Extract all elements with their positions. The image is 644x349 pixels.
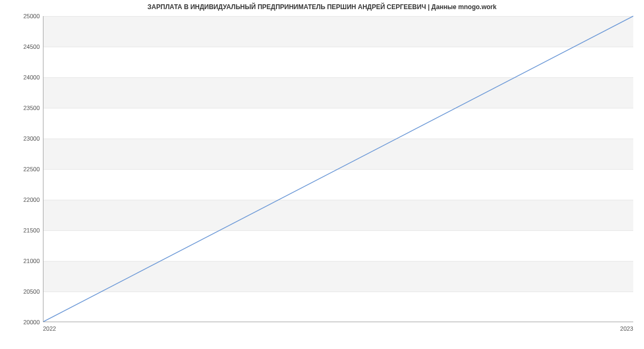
y-axis-tick-label: 25000 [3, 13, 40, 19]
y-axis-tick-label: 20500 [3, 288, 40, 295]
y-axis-tick-label: 23000 [3, 135, 40, 142]
y-axis-tick-label: 23500 [3, 105, 40, 111]
y-axis-tick-label: 22000 [3, 197, 40, 203]
chart-title: ЗАРПЛАТА В ИНДИВИДУАЛЬНЫЙ ПРЕДПРИНИМАТЕЛ… [0, 3, 644, 11]
line-layer [43, 16, 633, 322]
x-axis-tick-label: 2023 [620, 325, 633, 332]
y-axis-tick-label: 24500 [3, 43, 40, 50]
y-axis-tick-label: 21000 [3, 258, 40, 264]
series-line [43, 16, 633, 322]
x-axis-tick-label: 2022 [43, 325, 56, 332]
salary-line-chart: ЗАРПЛАТА В ИНДИВИДУАЛЬНЫЙ ПРЕДПРИНИМАТЕЛ… [0, 0, 644, 349]
y-axis-tick-label: 24000 [3, 74, 40, 81]
y-axis-tick-label: 22500 [3, 166, 40, 172]
y-axis-tick-label: 20000 [3, 319, 40, 325]
plot-area [43, 16, 633, 322]
y-axis-tick-label: 21500 [3, 227, 40, 234]
